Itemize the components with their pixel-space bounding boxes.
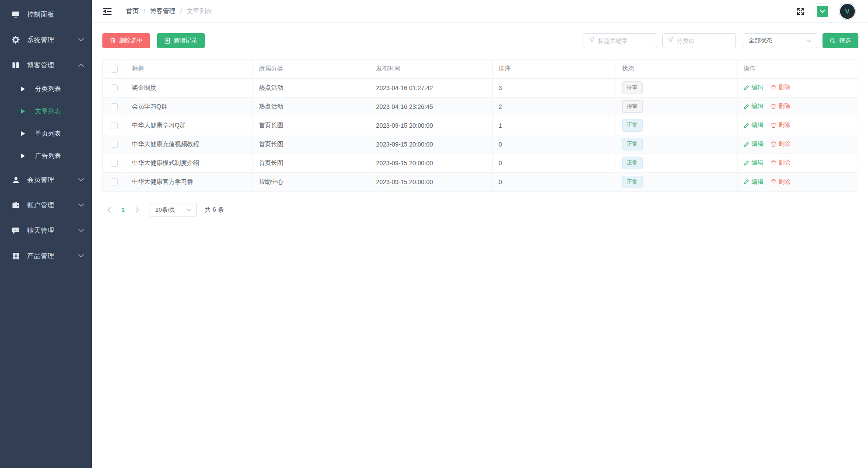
- delete-button[interactable]: 删除: [771, 102, 790, 110]
- row-checkbox[interactable]: [111, 122, 118, 129]
- chevron-icon: [78, 227, 84, 234]
- cell-category: 热点活动: [252, 97, 370, 116]
- sidebar-item-blog[interactable]: 博客管理: [0, 52, 92, 78]
- wallet-icon: [11, 201, 20, 210]
- table-row: 中华大健康充值视频教程 首页长图 2023-09-15 20:00:00 0 正…: [103, 135, 858, 154]
- row-checkbox[interactable]: [111, 160, 118, 167]
- breadcrumb-home[interactable]: 首页: [126, 7, 139, 15]
- status-badge: 待审: [622, 81, 643, 94]
- header-category: 所属分类: [252, 59, 370, 78]
- edit-button[interactable]: 编辑: [744, 140, 763, 148]
- triangle-icon: [21, 154, 25, 159]
- header-title: 标题: [126, 59, 252, 78]
- delete-button[interactable]: 删除: [771, 121, 790, 129]
- language-dropdown[interactable]: [815, 3, 830, 19]
- cell-published: 2023-04-16 01:27:42: [370, 78, 492, 97]
- add-record-label: 新增记录: [174, 37, 197, 45]
- delete-button[interactable]: 删除: [771, 159, 790, 167]
- delete-button[interactable]: 删除: [771, 84, 790, 91]
- title-keyword-field: [584, 33, 657, 48]
- page-size-select[interactable]: 20条/页: [150, 203, 197, 217]
- file-plus-icon: [164, 38, 170, 44]
- sidebar-subitem-page-list[interactable]: 单页列表: [0, 122, 92, 145]
- row-checkbox[interactable]: [111, 103, 118, 110]
- row-checkbox[interactable]: [111, 84, 118, 91]
- avatar-letter: V: [845, 7, 850, 15]
- fullscreen-icon[interactable]: [795, 6, 806, 17]
- cell-sort: 2: [492, 97, 616, 116]
- chat-icon: [11, 226, 20, 235]
- sidebar-item-accounts[interactable]: 账户管理: [0, 192, 92, 218]
- pagination: 1 20条/页 共 6 条: [102, 203, 858, 217]
- cell-sort: 0: [492, 154, 616, 172]
- content: 删除选中 新增记录: [92, 23, 868, 217]
- chevron-down-icon: [186, 209, 191, 212]
- sidebar-subitem-category-list[interactable]: 分类列表: [0, 78, 92, 100]
- toolbar-filters: 全部状态 筛选: [584, 33, 858, 48]
- sidebar-item-products[interactable]: 产品管理: [0, 243, 92, 269]
- add-record-button[interactable]: 新增记录: [157, 33, 205, 48]
- table-row: 中华大健康学习Q群 首页长图 2023-09-15 20:00:00 1 正常 …: [103, 116, 858, 135]
- chevron-icon: [78, 177, 84, 183]
- edit-button[interactable]: 编辑: [744, 178, 763, 186]
- articles-table: 标题 所属分类 发布时间 排序 状态 操作 奖金制度 热点活动 2023-04-…: [102, 59, 858, 192]
- category-id-input[interactable]: [677, 38, 731, 44]
- cell-title: 中华大健康模式制度介绍: [126, 154, 252, 172]
- header-actions: 操作: [737, 59, 858, 78]
- main-area: 首页 / 博客管理 / 文章列表: [92, 0, 868, 468]
- page-size-value: 20条/页: [155, 206, 182, 214]
- category-id-field: [662, 33, 736, 48]
- edit-button[interactable]: 编辑: [744, 159, 763, 167]
- edit-button[interactable]: 编辑: [744, 84, 763, 91]
- sidebar-subitem-ad-list[interactable]: 广告列表: [0, 145, 92, 167]
- header-published: 发布时间: [370, 59, 492, 78]
- sidebar-subitem-article-list[interactable]: 文章列表: [0, 100, 92, 122]
- breadcrumb-separator: /: [144, 8, 145, 15]
- table-row: 奖金制度 热点活动 2023-04-16 01:27:42 3 待审 编辑 删除: [103, 78, 858, 97]
- sidebar: 控制面板 系统管理 博客管理 分类列表 文章列表 单页列表 广告列表: [0, 0, 92, 468]
- page-number-1[interactable]: 1: [116, 203, 130, 217]
- row-checkbox[interactable]: [111, 141, 118, 148]
- chevron-icon: [78, 37, 84, 43]
- cell-published: 2023-04-16 23:26:45: [370, 97, 492, 116]
- status-filter-select[interactable]: 全部状态: [743, 33, 817, 48]
- sidebar-item-chat[interactable]: 聊天管理: [0, 218, 92, 243]
- search-icon: [830, 38, 836, 44]
- chevron-icon: [78, 202, 84, 208]
- avatar[interactable]: V: [839, 3, 856, 20]
- total-count-label: 共 6 条: [205, 206, 224, 214]
- cell-published: 2023-09-15 20:00:00: [370, 135, 492, 154]
- topbar-actions: V: [795, 3, 856, 20]
- status-badge: 正常: [622, 176, 643, 189]
- table-header-row: 标题 所属分类 发布时间 排序 状态 操作: [103, 59, 858, 78]
- status-badge: 正常: [622, 157, 643, 169]
- edit-button[interactable]: 编辑: [744, 121, 763, 129]
- delete-button[interactable]: 删除: [771, 140, 790, 148]
- delete-button[interactable]: 删除: [771, 178, 790, 186]
- breadcrumb-blog[interactable]: 博客管理: [150, 7, 175, 15]
- position-icon: [667, 37, 673, 45]
- sidebar-collapse-icon[interactable]: [102, 7, 113, 16]
- delete-selected-button[interactable]: 删除选中: [102, 33, 150, 48]
- chevron-icon: [78, 253, 84, 259]
- status-badge: 正常: [622, 119, 643, 132]
- chevron-down-icon: [807, 39, 812, 42]
- cell-category: 热点活动: [252, 78, 370, 97]
- next-page-button[interactable]: [130, 203, 144, 217]
- title-keyword-input[interactable]: [598, 38, 652, 44]
- select-all-checkbox[interactable]: [111, 66, 118, 73]
- sidebar-item-dashboard[interactable]: 控制面板: [0, 2, 92, 27]
- table-row: 会员学习Q群 热点活动 2023-04-16 23:26:45 2 待审 编辑 …: [103, 97, 858, 116]
- app-window: 控制面板 系统管理 博客管理 分类列表 文章列表 单页列表 广告列表: [0, 0, 868, 468]
- sidebar-item-system[interactable]: 系统管理: [0, 27, 92, 52]
- edit-button[interactable]: 编辑: [744, 102, 763, 110]
- triangle-icon: [21, 131, 25, 136]
- row-checkbox[interactable]: [111, 178, 118, 185]
- sidebar-item-members[interactable]: 会员管理: [0, 167, 92, 192]
- prev-page-button[interactable]: [102, 203, 116, 217]
- trash-icon: [110, 38, 116, 44]
- position-icon: [588, 37, 595, 45]
- filter-button[interactable]: 筛选: [822, 33, 858, 48]
- cell-category: 首页长图: [252, 116, 370, 135]
- book-icon: [11, 61, 20, 70]
